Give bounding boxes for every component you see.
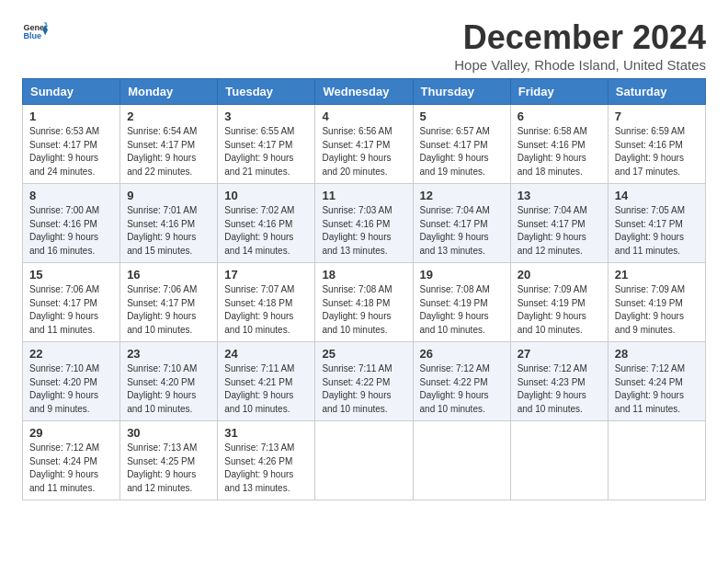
day-number: 25 xyxy=(322,347,405,361)
calendar-cell: 21Sunrise: 7:09 AM Sunset: 4:19 PM Dayli… xyxy=(608,263,705,342)
calendar-cell: 11Sunrise: 7:03 AM Sunset: 4:16 PM Dayli… xyxy=(315,184,413,263)
month-title: December 2024 xyxy=(454,18,706,57)
calendar-cell: 16Sunrise: 7:06 AM Sunset: 4:17 PM Dayli… xyxy=(120,263,218,342)
calendar-cell: 8Sunrise: 7:00 AM Sunset: 4:16 PM Daylig… xyxy=(23,184,120,263)
day-number: 23 xyxy=(127,347,210,361)
day-info: Sunrise: 7:07 AM Sunset: 4:18 PM Dayligh… xyxy=(224,284,294,335)
calendar-cell: 15Sunrise: 7:06 AM Sunset: 4:17 PM Dayli… xyxy=(23,263,120,342)
location-subtitle: Hope Valley, Rhode Island, United States xyxy=(454,57,706,73)
day-info: Sunrise: 7:10 AM Sunset: 4:20 PM Dayligh… xyxy=(29,363,99,414)
calendar-cell: 12Sunrise: 7:04 AM Sunset: 4:17 PM Dayli… xyxy=(413,184,510,263)
day-number: 21 xyxy=(615,268,699,282)
calendar-cell xyxy=(510,421,608,500)
calendar-cell xyxy=(608,421,705,500)
calendar-cell: 7Sunrise: 6:59 AM Sunset: 4:16 PM Daylig… xyxy=(608,105,705,184)
calendar-cell: 18Sunrise: 7:08 AM Sunset: 4:18 PM Dayli… xyxy=(315,263,413,342)
weekday-header-tuesday: Tuesday xyxy=(218,79,315,105)
day-info: Sunrise: 7:06 AM Sunset: 4:17 PM Dayligh… xyxy=(29,284,99,335)
day-info: Sunrise: 6:55 AM Sunset: 4:17 PM Dayligh… xyxy=(224,126,294,177)
day-number: 12 xyxy=(420,189,504,202)
calendar-cell: 1Sunrise: 6:53 AM Sunset: 4:17 PM Daylig… xyxy=(23,105,120,184)
day-info: Sunrise: 7:10 AM Sunset: 4:20 PM Dayligh… xyxy=(127,363,197,414)
day-number: 8 xyxy=(29,189,113,202)
week-row-2: 8Sunrise: 7:00 AM Sunset: 4:16 PM Daylig… xyxy=(23,184,706,263)
day-number: 15 xyxy=(29,268,113,282)
calendar-cell: 22Sunrise: 7:10 AM Sunset: 4:20 PM Dayli… xyxy=(23,342,120,421)
day-number: 4 xyxy=(322,109,405,123)
day-info: Sunrise: 7:04 AM Sunset: 4:17 PM Dayligh… xyxy=(518,205,587,256)
day-info: Sunrise: 7:08 AM Sunset: 4:19 PM Dayligh… xyxy=(420,284,490,335)
day-info: Sunrise: 6:57 AM Sunset: 4:17 PM Dayligh… xyxy=(420,126,490,177)
day-number: 19 xyxy=(420,268,504,282)
day-info: Sunrise: 6:58 AM Sunset: 4:16 PM Dayligh… xyxy=(518,126,587,177)
week-row-3: 15Sunrise: 7:06 AM Sunset: 4:17 PM Dayli… xyxy=(23,263,706,342)
day-number: 28 xyxy=(615,347,699,361)
day-info: Sunrise: 7:11 AM Sunset: 4:22 PM Dayligh… xyxy=(322,363,392,414)
calendar-cell: 24Sunrise: 7:11 AM Sunset: 4:21 PM Dayli… xyxy=(218,342,315,421)
day-number: 3 xyxy=(224,109,308,123)
day-info: Sunrise: 7:12 AM Sunset: 4:24 PM Dayligh… xyxy=(615,363,685,414)
day-info: Sunrise: 6:53 AM Sunset: 4:17 PM Dayligh… xyxy=(29,126,99,177)
calendar-cell: 10Sunrise: 7:02 AM Sunset: 4:16 PM Dayli… xyxy=(218,184,315,263)
day-number: 9 xyxy=(127,189,210,202)
calendar-cell: 17Sunrise: 7:07 AM Sunset: 4:18 PM Dayli… xyxy=(218,263,315,342)
calendar-cell: 23Sunrise: 7:10 AM Sunset: 4:20 PM Dayli… xyxy=(120,342,218,421)
calendar-cell xyxy=(315,421,413,500)
weekday-header-saturday: Saturday xyxy=(608,79,705,105)
calendar-cell: 30Sunrise: 7:13 AM Sunset: 4:25 PM Dayli… xyxy=(120,421,218,500)
logo: General Blue xyxy=(22,18,48,44)
day-info: Sunrise: 7:02 AM Sunset: 4:16 PM Dayligh… xyxy=(224,205,294,256)
header: General Blue December 2024 Hope Valley, … xyxy=(22,18,706,73)
day-info: Sunrise: 7:12 AM Sunset: 4:22 PM Dayligh… xyxy=(420,363,490,414)
day-number: 31 xyxy=(224,426,308,440)
day-info: Sunrise: 7:01 AM Sunset: 4:16 PM Dayligh… xyxy=(127,205,197,256)
calendar-cell: 2Sunrise: 6:54 AM Sunset: 4:17 PM Daylig… xyxy=(120,105,218,184)
day-number: 11 xyxy=(322,189,405,202)
day-info: Sunrise: 6:54 AM Sunset: 4:17 PM Dayligh… xyxy=(127,126,197,177)
day-number: 27 xyxy=(518,347,601,361)
calendar-table: SundayMondayTuesdayWednesdayThursdayFrid… xyxy=(22,78,706,500)
week-row-4: 22Sunrise: 7:10 AM Sunset: 4:20 PM Dayli… xyxy=(23,342,706,421)
generalblue-logo-icon: General Blue xyxy=(22,18,48,44)
calendar-cell: 29Sunrise: 7:12 AM Sunset: 4:24 PM Dayli… xyxy=(23,421,120,500)
day-number: 10 xyxy=(224,189,308,202)
day-info: Sunrise: 6:59 AM Sunset: 4:16 PM Dayligh… xyxy=(615,126,685,177)
svg-text:Blue: Blue xyxy=(23,31,41,40)
day-info: Sunrise: 6:56 AM Sunset: 4:17 PM Dayligh… xyxy=(322,126,392,177)
day-info: Sunrise: 7:09 AM Sunset: 4:19 PM Dayligh… xyxy=(518,284,587,335)
day-info: Sunrise: 7:13 AM Sunset: 4:26 PM Dayligh… xyxy=(224,442,294,493)
day-number: 18 xyxy=(322,268,405,282)
weekday-header-friday: Friday xyxy=(510,79,608,105)
calendar-cell: 28Sunrise: 7:12 AM Sunset: 4:24 PM Dayli… xyxy=(608,342,705,421)
calendar-cell: 4Sunrise: 6:56 AM Sunset: 4:17 PM Daylig… xyxy=(315,105,413,184)
day-info: Sunrise: 7:12 AM Sunset: 4:24 PM Dayligh… xyxy=(29,442,99,493)
day-number: 14 xyxy=(615,189,699,202)
calendar-cell: 19Sunrise: 7:08 AM Sunset: 4:19 PM Dayli… xyxy=(413,263,510,342)
calendar-cell: 25Sunrise: 7:11 AM Sunset: 4:22 PM Dayli… xyxy=(315,342,413,421)
calendar-cell: 3Sunrise: 6:55 AM Sunset: 4:17 PM Daylig… xyxy=(218,105,315,184)
calendar-cell: 27Sunrise: 7:12 AM Sunset: 4:23 PM Dayli… xyxy=(510,342,608,421)
day-info: Sunrise: 7:11 AM Sunset: 4:21 PM Dayligh… xyxy=(224,363,294,414)
day-number: 16 xyxy=(127,268,210,282)
day-number: 6 xyxy=(518,109,601,123)
day-number: 7 xyxy=(615,109,699,123)
day-number: 13 xyxy=(518,189,601,202)
calendar-cell: 20Sunrise: 7:09 AM Sunset: 4:19 PM Dayli… xyxy=(510,263,608,342)
weekday-header-row: SundayMondayTuesdayWednesdayThursdayFrid… xyxy=(23,79,706,105)
calendar-cell xyxy=(413,421,510,500)
day-number: 24 xyxy=(224,347,308,361)
weekday-header-wednesday: Wednesday xyxy=(315,79,413,105)
day-info: Sunrise: 7:09 AM Sunset: 4:19 PM Dayligh… xyxy=(615,284,685,335)
day-number: 20 xyxy=(518,268,601,282)
calendar-cell: 9Sunrise: 7:01 AM Sunset: 4:16 PM Daylig… xyxy=(120,184,218,263)
weekday-header-sunday: Sunday xyxy=(23,79,120,105)
day-info: Sunrise: 7:08 AM Sunset: 4:18 PM Dayligh… xyxy=(322,284,392,335)
calendar-cell: 6Sunrise: 6:58 AM Sunset: 4:16 PM Daylig… xyxy=(510,105,608,184)
day-info: Sunrise: 7:13 AM Sunset: 4:25 PM Dayligh… xyxy=(127,442,197,493)
day-info: Sunrise: 7:12 AM Sunset: 4:23 PM Dayligh… xyxy=(518,363,587,414)
week-row-1: 1Sunrise: 6:53 AM Sunset: 4:17 PM Daylig… xyxy=(23,105,706,184)
day-number: 30 xyxy=(127,426,210,440)
calendar-cell: 31Sunrise: 7:13 AM Sunset: 4:26 PM Dayli… xyxy=(218,421,315,500)
day-info: Sunrise: 7:05 AM Sunset: 4:17 PM Dayligh… xyxy=(615,205,685,256)
day-number: 26 xyxy=(420,347,504,361)
